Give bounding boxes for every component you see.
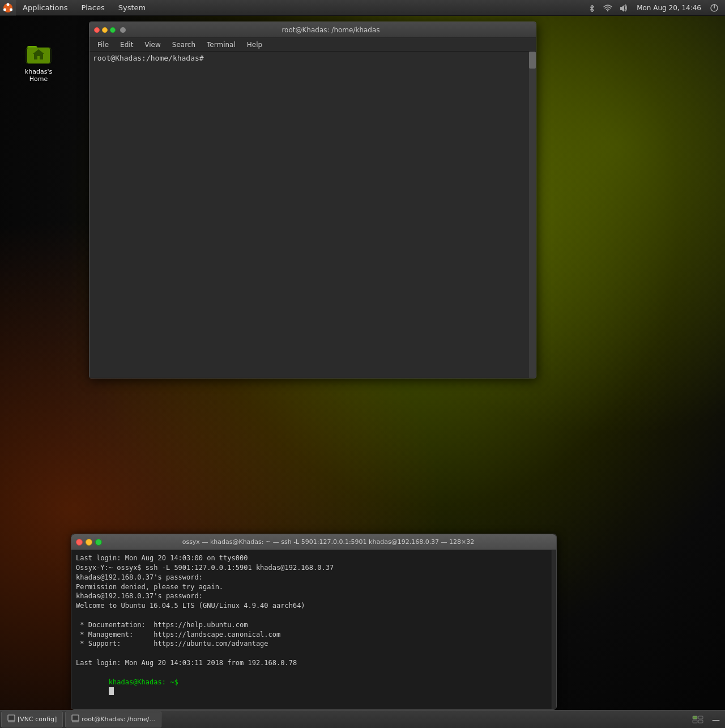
svg-rect-16 bbox=[693, 716, 697, 719]
taskbar-vnc-config-btn[interactable]: [VNC config] bbox=[1, 712, 63, 727]
ssh-scrollbar[interactable] bbox=[552, 550, 556, 709]
top-bar-left: Applications Places System bbox=[0, 0, 152, 16]
top-bar-right: Mon Aug 20, 14:46 bbox=[586, 2, 725, 14]
ssh-line-3: khadas@192.168.0.37's password: bbox=[76, 573, 547, 582]
home-folder-label: khadas's Home bbox=[16, 68, 61, 83]
ssh-maximize-btn[interactable] bbox=[95, 539, 102, 546]
ssh-prompt-text: khadas@Khadas: ~$ bbox=[109, 678, 178, 686]
terminal-titlebar[interactable]: root@Khadas: /home/khadas bbox=[89, 22, 536, 38]
ssh-title: ossyx — khadas@Khadas: ~ — ssh -L 5901:1… bbox=[105, 538, 552, 546]
svg-point-1 bbox=[7, 3, 10, 6]
ssh-line-12: Last login: Mon Aug 20 14:03:11 2018 fro… bbox=[76, 658, 547, 668]
taskbar-vnc-config-label: [VNC config] bbox=[18, 716, 57, 723]
terminal-view-menu[interactable]: View bbox=[139, 38, 166, 52]
terminal-menubar: File Edit View Search Terminal Help bbox=[89, 38, 536, 52]
terminal-edit-menu[interactable]: Edit bbox=[114, 38, 139, 52]
svg-rect-17 bbox=[698, 716, 703, 719]
root-terminal-icon bbox=[71, 714, 79, 724]
ssh-cursor bbox=[109, 687, 114, 695]
ssh-minimize-btn[interactable] bbox=[86, 539, 92, 546]
terminal-scrollbar-thumb[interactable] bbox=[529, 52, 536, 69]
terminal-search-menu[interactable]: Search bbox=[167, 38, 201, 52]
ssh-line-7 bbox=[76, 611, 547, 620]
ssh-line-10: * Support: https://ubuntu.com/advantage bbox=[76, 639, 547, 649]
terminal-title: root@Khadas: /home/khadas bbox=[130, 26, 531, 34]
ssh-line-1: Last login: Mon Aug 20 14:03:00 on ttys0… bbox=[76, 554, 547, 563]
volume-tray-icon[interactable] bbox=[617, 2, 630, 14]
terminal-prompt-line: root@Khadas:/home/khadas# bbox=[93, 54, 204, 62]
ssh-line-9: * Management: https://landscape.canonica… bbox=[76, 630, 547, 640]
window-minimize-btn[interactable] bbox=[102, 27, 108, 33]
terminal-window: root@Khadas: /home/khadas File Edit View… bbox=[89, 22, 536, 378]
taskbar-minimize-btn[interactable]: — bbox=[708, 712, 724, 727]
ssh-line-4: Permission denied, please try again. bbox=[76, 582, 547, 592]
ssh-line-11 bbox=[76, 649, 547, 658]
terminal-terminal-menu[interactable]: Terminal bbox=[201, 38, 241, 52]
taskbar-root-terminal-btn[interactable]: root@Khadas: /home/... bbox=[65, 712, 161, 727]
ssh-line-8: * Documentation: https://help.ubuntu.com bbox=[76, 620, 547, 630]
svg-point-2 bbox=[10, 8, 12, 11]
home-folder-image bbox=[25, 39, 52, 66]
ubuntu-logo bbox=[0, 0, 16, 16]
clock-display: Mon Aug 20, 14:46 bbox=[633, 4, 705, 12]
ssh-terminal-window: ossyx — khadas@Khadas: ~ — ssh -L 5901:1… bbox=[71, 534, 557, 710]
terminal-body[interactable]: root@Khadas:/home/khadas# bbox=[89, 52, 536, 378]
ssh-close-btn[interactable] bbox=[76, 539, 83, 546]
terminal-scrollbar[interactable] bbox=[529, 52, 536, 378]
ssh-titlebar[interactable]: ossyx — khadas@Khadas: ~ — ssh -L 5901:1… bbox=[71, 534, 556, 550]
applications-menu[interactable]: Applications bbox=[16, 0, 74, 16]
system-menu[interactable]: System bbox=[112, 0, 152, 16]
bluetooth-tray-icon[interactable] bbox=[586, 2, 598, 14]
taskbar-workspace-btn[interactable] bbox=[690, 712, 706, 727]
home-folder-icon[interactable]: khadas's Home bbox=[16, 39, 61, 83]
top-menubar: Applications Places System bbox=[0, 0, 725, 16]
places-menu[interactable]: Places bbox=[74, 0, 111, 16]
vnc-config-icon bbox=[7, 714, 15, 724]
svg-point-3 bbox=[3, 8, 6, 11]
wifi-tray-icon[interactable] bbox=[602, 2, 614, 14]
taskbar-root-terminal-label: root@Khadas: /home/... bbox=[82, 716, 155, 723]
svg-point-4 bbox=[607, 10, 608, 11]
power-tray-icon[interactable] bbox=[708, 2, 720, 14]
ssh-terminal-content[interactable]: Last login: Mon Aug 20 14:03:00 on ttys0… bbox=[71, 550, 556, 709]
svg-rect-14 bbox=[73, 716, 78, 720]
ssh-line-2: Ossyx-Y:~ ossyx$ ssh -L 5901:127.0.0.1:5… bbox=[76, 563, 547, 573]
window-close-btn[interactable] bbox=[94, 27, 100, 33]
terminal-file-menu[interactable]: File bbox=[92, 38, 114, 52]
ssh-line-6: Welcome to Ubuntu 16.04.5 LTS (GNU/Linux… bbox=[76, 601, 547, 611]
taskbar: [VNC config] root@Khadas: /home/... — bbox=[0, 710, 725, 728]
svg-rect-19 bbox=[698, 720, 703, 723]
ssh-prompt-line[interactable]: khadas@Khadas: ~$ bbox=[76, 668, 547, 706]
desktop: Applications Places System bbox=[0, 0, 725, 728]
terminal-help-menu[interactable]: Help bbox=[241, 38, 268, 52]
ssh-line-5: khadas@192.168.0.37's password: bbox=[76, 591, 547, 601]
svg-rect-11 bbox=[9, 716, 14, 720]
window-maximize-btn[interactable] bbox=[110, 27, 116, 33]
svg-rect-18 bbox=[693, 720, 697, 723]
window-indicator bbox=[120, 27, 126, 33]
